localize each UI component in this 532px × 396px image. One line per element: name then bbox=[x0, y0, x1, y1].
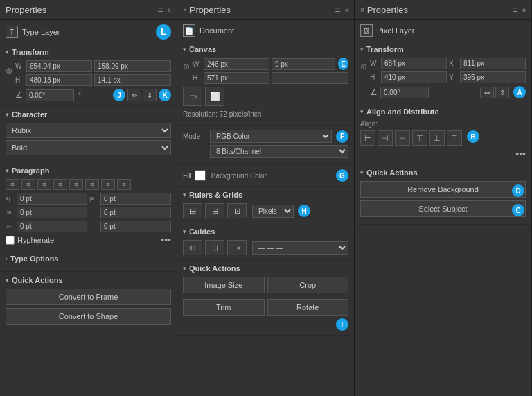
badge-a[interactable]: A bbox=[513, 86, 526, 98]
ruler-icon-3[interactable]: ⊡ bbox=[227, 203, 247, 218]
badge-b[interactable]: B bbox=[467, 130, 479, 143]
badge-e[interactable]: E bbox=[338, 58, 348, 70]
rulers-header[interactable]: ▾ Rulers & Grids bbox=[183, 191, 348, 199]
collapse-icon-middle[interactable]: « bbox=[344, 6, 348, 14]
align-header[interactable]: ▾ Align and Distribute bbox=[360, 107, 526, 116]
font-style-select[interactable]: Bold bbox=[6, 140, 171, 155]
type-options-header[interactable]: › Type Options bbox=[6, 255, 171, 263]
flip-v-icon[interactable]: ⇕ bbox=[143, 89, 157, 101]
collapse-icon-right[interactable]: « bbox=[522, 6, 526, 14]
hyphenate-checkbox[interactable] bbox=[6, 236, 15, 245]
guides-header[interactable]: ▾ Guides bbox=[183, 227, 348, 236]
input-angle-right[interactable] bbox=[380, 87, 429, 98]
align-center-icon[interactable]: ≡ bbox=[21, 179, 35, 190]
close-icon-right[interactable]: × bbox=[360, 6, 364, 14]
badge-g[interactable]: G bbox=[336, 169, 348, 182]
select-subject-btn[interactable]: Select Subject bbox=[360, 200, 526, 217]
bits-select[interactable]: 8 Bits/Channel bbox=[210, 145, 348, 158]
align-left-icon[interactable]: ≡ bbox=[6, 179, 19, 190]
canvas-x-input[interactable] bbox=[272, 58, 335, 70]
canvas-h-input[interactable] bbox=[204, 72, 269, 84]
align-justify2-icon[interactable]: ≡ bbox=[69, 179, 83, 190]
rotate-btn[interactable]: Rotate bbox=[267, 299, 349, 316]
link-icon-right[interactable]: ⊕ bbox=[360, 62, 367, 71]
spacing-input-3[interactable] bbox=[17, 207, 87, 218]
paragraph-header[interactable]: ▾ Paragraph bbox=[6, 166, 171, 175]
guide-icon-2[interactable]: ⊞ bbox=[205, 240, 224, 255]
quick-actions-header-middle[interactable]: ▾ Quick Actions bbox=[183, 264, 348, 273]
align-justify3-icon[interactable]: ≡ bbox=[85, 179, 99, 190]
flip-h-icon-right[interactable]: ⇔ bbox=[480, 87, 494, 98]
badge-i[interactable]: I bbox=[336, 318, 348, 331]
collapse-icon[interactable]: « bbox=[167, 6, 171, 14]
canvas-header[interactable]: ▾ Canvas bbox=[183, 45, 348, 53]
font-family-select[interactable]: Rubik bbox=[6, 123, 171, 138]
input-x-left[interactable] bbox=[94, 60, 171, 72]
align-bottom-icon[interactable]: ⊤ bbox=[447, 130, 462, 146]
convert-to-frame-btn[interactable]: Convert to Frame bbox=[6, 289, 171, 305]
input-w-left[interactable] bbox=[26, 60, 92, 72]
guide-style-select[interactable]: — — — bbox=[252, 241, 348, 255]
badge-j[interactable]: J bbox=[113, 89, 125, 101]
flip-h-icon[interactable]: ⇔ bbox=[127, 89, 141, 101]
align-left-icon[interactable]: ⊢ bbox=[360, 130, 375, 146]
badge-c[interactable]: C bbox=[512, 204, 524, 216]
badge-d[interactable]: D bbox=[512, 184, 524, 197]
character-header[interactable]: ▾ Character bbox=[6, 110, 171, 119]
align-center-h-icon[interactable]: ⊣ bbox=[378, 130, 393, 146]
image-size-btn[interactable]: Image Size bbox=[183, 277, 265, 293]
input-y-left[interactable] bbox=[94, 74, 171, 86]
flip-v-icon-right[interactable]: ⇕ bbox=[495, 87, 509, 98]
transform-header-right[interactable]: ▾ Transform bbox=[360, 45, 526, 53]
spacing-input-2[interactable] bbox=[100, 193, 171, 205]
hamburger-icon-middle[interactable]: ≡ bbox=[335, 4, 340, 15]
input-w-right[interactable] bbox=[381, 58, 447, 69]
guide-icon-1[interactable]: ⊕ bbox=[183, 240, 202, 255]
link-icon-left[interactable]: ⊕ bbox=[6, 66, 12, 76]
align-justify-icon[interactable]: ≡ bbox=[53, 179, 67, 190]
hamburger-icon-right[interactable]: ≡ bbox=[512, 4, 517, 15]
canvas-w-input[interactable] bbox=[204, 58, 269, 70]
paragraph-more-btn[interactable]: ••• bbox=[161, 234, 171, 246]
align-justify4-icon[interactable]: ≡ bbox=[101, 179, 115, 190]
badge-f[interactable]: F bbox=[336, 130, 348, 143]
align-center-v-icon[interactable]: ⊥ bbox=[429, 130, 445, 146]
input-h-left[interactable] bbox=[26, 74, 92, 86]
link-icon-middle[interactable]: ⊕ bbox=[183, 62, 190, 71]
spacing-input-6[interactable] bbox=[100, 221, 171, 232]
input-x-right[interactable] bbox=[460, 58, 526, 69]
canvas-y-input[interactable] bbox=[272, 72, 348, 84]
quick-actions-header-left[interactable]: ▾ Quick Actions bbox=[6, 276, 171, 284]
spacing-input-4[interactable] bbox=[100, 207, 171, 218]
convert-to-shape-btn[interactable]: Convert to Shape bbox=[6, 308, 171, 325]
input-angle-left[interactable] bbox=[26, 89, 74, 101]
ruler-icon-2[interactable]: ⊟ bbox=[205, 203, 224, 218]
quick-actions-header-right[interactable]: ▾ Quick Actions bbox=[360, 169, 526, 177]
angle-row-left: ∠ ° J ⇔ ⇕ K bbox=[15, 89, 171, 101]
hamburger-icon[interactable]: ≡ bbox=[157, 4, 163, 15]
align-right-icon[interactable]: ≡ bbox=[37, 179, 51, 190]
ruler-unit-select[interactable]: Pixels Inches cm bbox=[252, 205, 294, 218]
ruler-icon-1[interactable]: ⊞ bbox=[183, 203, 202, 218]
canvas-orientation-icon[interactable]: ⬜ bbox=[205, 87, 224, 106]
canvas-size-icon[interactable]: ▭ bbox=[183, 87, 202, 106]
crop-btn[interactable]: Crop bbox=[267, 277, 349, 293]
remove-background-btn[interactable]: Remove Background bbox=[360, 181, 526, 198]
input-y-right[interactable] bbox=[460, 71, 526, 83]
spacing-input-5[interactable] bbox=[17, 221, 87, 232]
badge-h[interactable]: H bbox=[298, 205, 310, 217]
align-justify5-icon[interactable]: ≡ bbox=[117, 179, 131, 190]
spacing-input-1[interactable] bbox=[17, 193, 87, 205]
input-h-right[interactable] bbox=[381, 71, 447, 83]
trim-btn[interactable]: Trim bbox=[183, 299, 265, 316]
badge-l[interactable]: L bbox=[156, 24, 171, 40]
align-right-icon[interactable]: ⊣ bbox=[395, 130, 410, 146]
guide-icon-3[interactable]: ⇥ bbox=[227, 240, 247, 255]
align-top-icon[interactable]: ⊤ bbox=[412, 130, 427, 146]
align-more-btn[interactable]: ••• bbox=[515, 148, 526, 160]
transform-header-left[interactable]: ▾ Transform bbox=[6, 48, 171, 56]
fill-swatch[interactable] bbox=[195, 170, 206, 181]
mode-select[interactable]: RGB Color bbox=[210, 130, 332, 143]
close-icon-middle[interactable]: × bbox=[183, 6, 187, 14]
badge-k[interactable]: K bbox=[159, 89, 171, 101]
